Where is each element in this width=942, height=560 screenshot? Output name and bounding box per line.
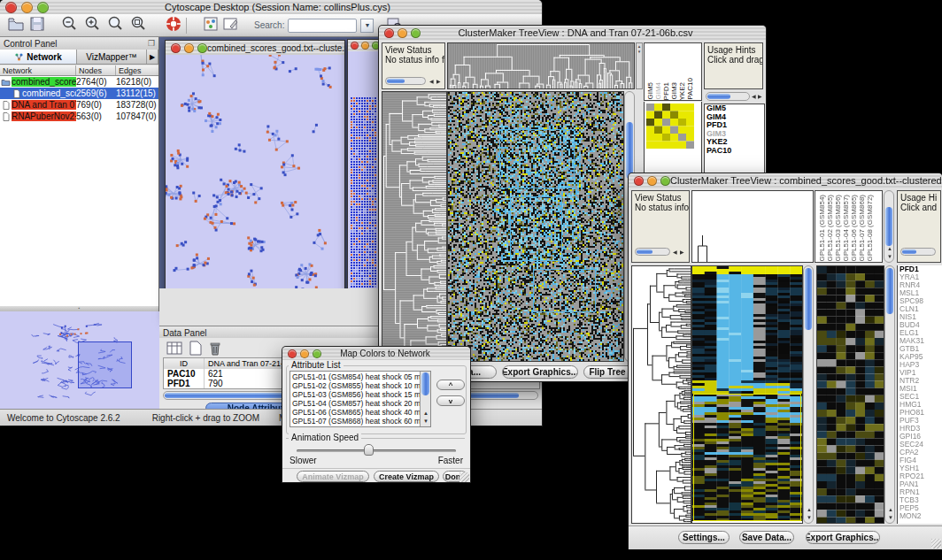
birdseye-panel[interactable] (0, 311, 159, 409)
search-input[interactable] (288, 19, 357, 33)
attribute-list-item[interactable]: GPL51-06 (GSM865) heat shock 40 min (290, 408, 420, 417)
tv2-heatmap[interactable] (691, 265, 803, 524)
zoom-window-icon[interactable] (197, 43, 207, 53)
attribute-list-item[interactable]: GPL51-03 (GSM856) heat shock 15 min (290, 390, 420, 399)
close-icon[interactable] (384, 28, 394, 38)
open-icon[interactable] (7, 16, 25, 35)
scroll-right-icon[interactable]: ▶ (436, 79, 441, 84)
resize-grip[interactable] (459, 472, 469, 482)
save-icon[interactable] (28, 16, 46, 35)
minimize-icon[interactable] (647, 176, 657, 186)
scroll-down-icon[interactable]: ▼ (807, 515, 812, 520)
annotation-icon[interactable] (222, 16, 240, 35)
col-header-network[interactable]: Network (0, 65, 76, 75)
speed-slider-track[interactable] (297, 449, 456, 452)
move-up-button[interactable]: ^ (436, 380, 465, 390)
file-icon (0, 99, 12, 111)
minimize-icon[interactable] (184, 43, 194, 53)
zoom-window-icon[interactable] (660, 176, 670, 186)
tv2-genes-vscrollbar[interactable]: ▲ ▼ (884, 265, 895, 524)
tv1-status-scrollbar[interactable] (385, 77, 426, 85)
scroll-up-icon[interactable]: ▲ (888, 507, 893, 512)
network-list-row[interactable]: DNA and Tran 07769(0)183728(0) (0, 99, 158, 111)
close-icon[interactable] (5, 2, 17, 13)
export-graphics-button[interactable]: Export Graphics... (502, 365, 578, 379)
network-list-row[interactable]: RNAPuberNov2+563(0)107847(0) (0, 111, 158, 122)
minimize-icon[interactable] (398, 28, 407, 38)
birdseye-canvas[interactable] (0, 311, 158, 407)
scroll-left-icon[interactable]: ◀ (752, 94, 756, 99)
attribute-select-icon[interactable] (166, 341, 183, 359)
zoom-window-icon[interactable] (37, 2, 49, 13)
new-attribute-icon[interactable] (189, 341, 203, 359)
minimize-icon[interactable] (300, 349, 309, 358)
resize-grip[interactable] (931, 539, 941, 548)
tv1-usage-scrollbar[interactable] (706, 92, 750, 101)
zoom-fit-icon[interactable] (129, 15, 149, 36)
col-header-edges[interactable]: Edges (116, 65, 158, 75)
tab-overflow-arrow[interactable]: ▶ (147, 50, 158, 64)
tv2-usage-scrollbar[interactable] (900, 248, 936, 256)
save-data-button[interactable]: Save Data... (739, 531, 794, 544)
tv1-row-dendrogram[interactable] (382, 91, 447, 362)
scroll-up-icon[interactable]: ▲ (807, 507, 812, 512)
tv2-row-dendrogram[interactable] (631, 265, 691, 524)
data-col-id[interactable]: ID (164, 358, 205, 369)
zoom-window-icon[interactable] (313, 349, 321, 358)
scroll-right-icon[interactable]: ▶ (758, 94, 762, 99)
create-vizmap-button[interactable]: Create Vizmap (374, 471, 439, 482)
attribute-list-vscrollbar[interactable]: ▲ ▼ (420, 372, 430, 426)
vizmap-icon[interactable] (203, 16, 219, 35)
close-icon[interactable] (171, 43, 181, 53)
matrix-col-label: GIM3 (670, 82, 678, 100)
attribute-list-item[interactable]: GPL51-04 (GSM857) heat shock 20 min (290, 399, 420, 408)
scroll-right-icon[interactable]: ▶ (680, 249, 684, 255)
close-icon[interactable] (351, 42, 359, 50)
scroll-left-icon[interactable]: ◀ (673, 249, 677, 255)
minimize-icon[interactable] (21, 2, 33, 13)
scroll-up-icon[interactable]: ▲ (423, 410, 429, 416)
attribute-list-item[interactable]: GPL51-01 (GSM854) heat shock 05 min (290, 372, 420, 381)
tv2-status-scrollbar[interactable] (635, 248, 670, 256)
scroll-up-icon[interactable]: ▲ (887, 246, 892, 251)
zoom-window-icon[interactable] (411, 28, 421, 38)
gene-label: MON2 (898, 512, 942, 520)
search-dropdown-icon[interactable]: ▼ (360, 19, 374, 33)
tab-vizmapper[interactable]: VizMapper™ (77, 50, 147, 64)
tab-network[interactable]: Network (0, 50, 77, 64)
tv2-zoom-heatmap[interactable] (816, 265, 884, 524)
export-graphics-button[interactable]: Export Graphics... (806, 531, 880, 544)
matrix-col-label: GIM4 (654, 82, 662, 100)
speed-slider-thumb[interactable] (364, 444, 374, 456)
zoom-in-icon[interactable] (83, 15, 103, 36)
close-icon[interactable] (288, 349, 297, 358)
minimize-icon[interactable] (361, 42, 369, 50)
close-icon[interactable] (634, 176, 644, 186)
col-header-nodes[interactable]: Nodes (76, 65, 116, 75)
zoom-out-icon[interactable] (60, 15, 80, 36)
settings-button[interactable]: Settings... (678, 531, 730, 544)
main-title-bar[interactable]: Cytoscape Desktop (Session Name: collins… (0, 0, 542, 15)
help-icon[interactable] (165, 15, 182, 36)
network-canvas[interactable] (166, 55, 344, 319)
tv2-col-dendrogram[interactable] (691, 190, 814, 263)
float-panel-icon[interactable]: ❐ (148, 39, 158, 48)
scroll-down-icon[interactable]: ▼ (887, 254, 892, 259)
attribute-list[interactable]: GPL51-01 (GSM854) heat shock 05 minGPL51… (290, 371, 431, 427)
tv1-col-scroll-strip[interactable]: ▴▾ (636, 42, 643, 89)
tv2-labels-vscrollbar[interactable]: ▲ ▼ (884, 190, 894, 263)
scroll-left-icon[interactable]: ◀ (429, 79, 434, 84)
tv1-heatmap[interactable] (447, 91, 624, 362)
network-list-row[interactable]: combined_scores2764(0)16218(0) (0, 76, 158, 88)
zoom-selected-icon[interactable] (106, 15, 126, 36)
network-list-row[interactable]: combined_sco2569(6)13112(15) (0, 88, 158, 99)
tv1-col-dendrogram[interactable] (447, 42, 635, 89)
attribute-list-item[interactable]: GPL51-07 (GSM868) heat shock 60 min (290, 417, 420, 426)
delete-attribute-icon[interactable] (208, 341, 222, 359)
scroll-down-icon[interactable]: ▼ (888, 515, 893, 520)
attribute-list-item[interactable]: GPL51-02 (GSM855) heat shock 10 min (290, 381, 420, 390)
scroll-down-icon[interactable]: ▼ (423, 418, 429, 424)
animate-vizmap-button[interactable]: Animate Vizmap (297, 471, 369, 482)
move-down-button[interactable]: v (436, 395, 465, 406)
tv2-heatmap-vscrollbar[interactable]: ▲ ▼ (803, 265, 814, 524)
